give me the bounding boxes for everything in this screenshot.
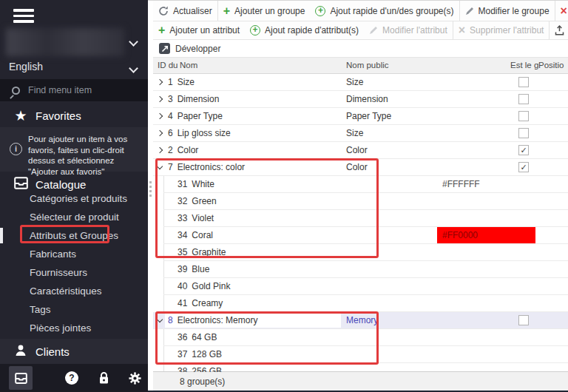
collapse-chevron-icon[interactable] [157, 163, 163, 169]
is-color-group-checkbox[interactable] [518, 315, 529, 325]
row-name-text: Gold Pink [192, 281, 230, 291]
help-icon[interactable] [65, 371, 78, 385]
toolbar-button-ajouter-un-groupe[interactable]: +Ajouter un groupe [217, 1, 311, 21]
lock-icon[interactable] [98, 371, 109, 385]
row-name: 1Size [168, 77, 195, 87]
table-row-group[interactable]: 3DimensionDimension2 [153, 91, 568, 108]
is-color-group-checkbox[interactable] [518, 77, 529, 87]
row-name: 41Creamy [178, 298, 223, 308]
row-id: 35 [178, 247, 187, 257]
table-header: ID du Nom Nom public Est le g Positio [153, 58, 568, 74]
toolbar-button-modifier-le-groupe[interactable]: Modifier le groupe [459, 1, 555, 21]
row-name: 2Color [168, 145, 198, 155]
row-id: 31 [178, 179, 187, 189]
column-header-public-name[interactable]: Nom public [346, 61, 389, 70]
column-header-name[interactable]: Nom [180, 61, 197, 70]
row-name-text: White [192, 179, 214, 189]
row-name: 40Gold Pink [178, 281, 230, 291]
sidebar-bottom-bar [0, 364, 148, 392]
row-name-text: 128 GB [192, 349, 222, 359]
toolbar-button-label: Modifier le groupe [479, 6, 550, 16]
info-icon [10, 143, 22, 155]
row-id: 4 [168, 111, 173, 121]
table-row-group[interactable]: 7Electronics: colorColor✓6 [153, 159, 568, 176]
column-header-id[interactable]: ID du [158, 61, 178, 70]
app-window: English ★ Favorites Pour ajouter un item… [0, 0, 568, 392]
row-public-name: Memory [346, 315, 378, 325]
toolbar-button-ajout-rapide-d-attribut-s[interactable]: +Ajout rapide d'attribut(s) [245, 21, 364, 39]
attribute-toolbar: +Ajouter un attribut+Ajout rapide d'attr… [153, 21, 568, 40]
table-row-attribute[interactable]: 31White#FFFFFF1 [153, 176, 568, 193]
sidebar-item-attributs-et-groupes[interactable]: Attributs et Groupes [0, 226, 148, 245]
row-name-text: 64 GB [192, 332, 217, 342]
table-row-attribute[interactable]: 41Creamy8 [153, 295, 568, 312]
expand-chevron-icon[interactable] [157, 113, 163, 119]
clients-label: Clients [36, 345, 70, 358]
table-row-attribute[interactable]: 37128 GB2 [153, 346, 568, 363]
gear-icon[interactable] [128, 371, 142, 385]
expand-chevron-icon[interactable] [157, 79, 163, 85]
plus-icon: + [158, 25, 165, 36]
table-row-attribute[interactable]: 40Gold Pink7 [153, 278, 568, 295]
table-row-attribute[interactable]: 34Coral#FF00004 [153, 227, 568, 244]
chevron-down-icon[interactable] [129, 64, 138, 73]
table-row-attribute[interactable]: 3664 GB1 [153, 329, 568, 346]
toolbar-button-label: Ajouter un attribut [169, 25, 240, 36]
table-row-attribute[interactable]: 35Graphite5 [153, 244, 568, 261]
toolbar-button-label: Ajout rapide d'attribut(s) [265, 25, 359, 36]
sidebar-item-pie-ces-jointes[interactable]: Pièces jointes [0, 319, 148, 337]
hamburger-menu-icon[interactable] [13, 9, 34, 24]
sidebar-item-clients[interactable]: Clients [0, 339, 148, 364]
table-row-group[interactable]: 2ColorColor✓5 [153, 142, 568, 159]
sidebar-item-caracte-ristiques[interactable]: Caractéristiques [0, 282, 148, 300]
toolbar-button-supprimer-le-groupe[interactable]: ×Supprimer le groupe [555, 1, 568, 21]
is-color-group-checkbox[interactable] [518, 94, 529, 104]
expand-all-icon[interactable] [159, 43, 170, 54]
table-row-group[interactable]: 4Paper TypePaper Type3 [153, 108, 568, 125]
is-color-group-checkbox[interactable] [518, 111, 529, 121]
sidebar-item-fabricants[interactable]: Fabricants [0, 245, 148, 263]
expand-chevron-icon[interactable] [157, 130, 163, 136]
collapse-chevron-icon[interactable] [157, 317, 163, 322]
toolbar-button-ajout-rapide-d-un-des-groupe-s[interactable]: +Ajout rapide d'un/des groupe(s) [310, 1, 459, 21]
sidebar-item-fournisseurs[interactable]: Fournisseurs [0, 263, 148, 282]
chevron-down-icon[interactable] [129, 37, 138, 47]
toolbar-button-ajouter-un-attribut[interactable]: +Ajouter un attribut [153, 21, 245, 39]
row-public-name: Dimension [346, 94, 388, 104]
column-header-is-color-group[interactable]: Est le g [510, 61, 538, 70]
language-selector[interactable]: English [9, 61, 43, 72]
row-public-name: Color [346, 162, 368, 172]
row-name: 3Dimension [168, 94, 219, 104]
toolbar-button-exporter[interactable]: Exporter▾ [549, 21, 568, 39]
search-input[interactable] [28, 85, 132, 95]
store-tab-active[interactable] [9, 366, 33, 390]
toolbar-button-label: Actualiser [173, 6, 212, 16]
table-row-attribute[interactable]: 33Violet3 [153, 210, 568, 227]
is-color-group-checkbox[interactable]: ✓ [518, 145, 529, 155]
table-row-attribute[interactable]: 32Green2 [153, 193, 568, 210]
row-id: 7 [168, 162, 173, 172]
person-icon [12, 344, 30, 359]
toolbar-button-actualiser[interactable]: Actualiser [153, 1, 217, 21]
table-row-group[interactable]: 1SizeSize1 [153, 74, 568, 91]
sidebar: English ★ Favorites Pour ajouter un item… [0, 0, 148, 391]
column-header-position[interactable]: Positio [538, 61, 564, 70]
sidebar-item-se-lecteur-de-produit[interactable]: Sélecteur de produit [0, 208, 148, 226]
table-row-attribute[interactable]: 39Blue6 [153, 261, 568, 278]
sidebar-item-cate-gories-et-produits[interactable]: Catégories et produits [0, 189, 148, 208]
is-color-group-checkbox[interactable] [518, 128, 529, 138]
sidebar-item-tags[interactable]: Tags [0, 300, 148, 319]
expand-chevron-icon[interactable] [157, 96, 163, 102]
panel-splitter[interactable] [148, 0, 153, 391]
expand-label[interactable]: Développer [175, 44, 220, 54]
row-name: 35Graphite [178, 247, 226, 257]
sidebar-item-favorites[interactable]: ★ Favorites [0, 104, 148, 127]
x-icon: × [459, 25, 465, 36]
store-selector-redacted[interactable] [6, 28, 124, 56]
table-row-group[interactable]: 8Electronics: MemoryMemory7 [153, 312, 568, 329]
expand-chevron-icon[interactable] [157, 147, 163, 153]
table-row-group[interactable]: 6Lip gloss sizeSize4 [153, 125, 568, 142]
toolbar-button-supprimer-l-attribut: ×Supprimer l'attribut [453, 21, 550, 39]
plus-circle-icon: + [250, 25, 260, 36]
is-color-group-checkbox[interactable]: ✓ [518, 162, 529, 172]
